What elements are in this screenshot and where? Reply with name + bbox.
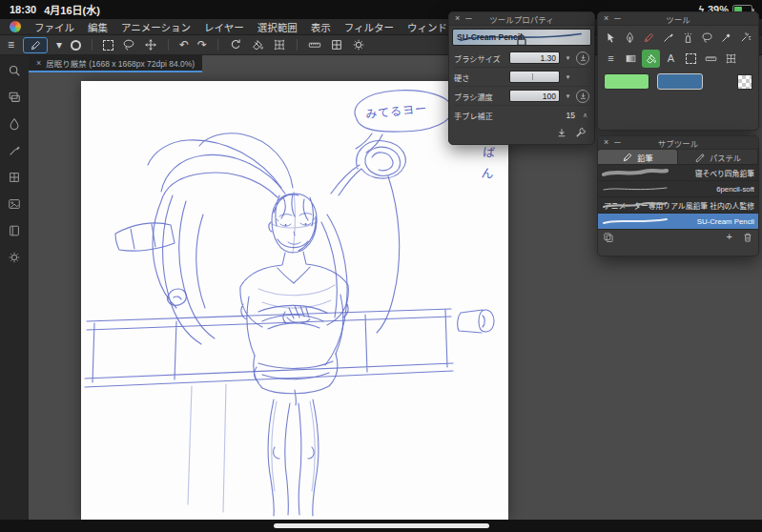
wrench-icon[interactable] — [575, 127, 587, 138]
brush-density-slider[interactable]: 100 — [509, 90, 560, 102]
auto-select-tool[interactable] — [737, 29, 754, 47]
main-menu-icon[interactable]: ≡ — [8, 39, 14, 51]
chevron-down-icon[interactable]: ▾ — [564, 54, 572, 62]
menu-animation[interactable]: アニメーション — [121, 20, 191, 34]
tool-panel-header[interactable]: × ─ ツール — [598, 12, 758, 26]
pen-tool[interactable] — [621, 29, 638, 47]
minimize-icon[interactable]: ─ — [614, 14, 620, 23]
menu-edit[interactable]: 編集 — [88, 20, 108, 34]
brush-tool[interactable] — [660, 29, 677, 47]
toolbar-divider — [297, 39, 298, 51]
color-ring-icon[interactable] — [71, 40, 81, 51]
ruler-tool[interactable] — [702, 50, 720, 68]
marquee-select-icon[interactable] — [103, 40, 113, 51]
brush-size-row: ブラシサイズ 1.30 ▾ — [454, 49, 589, 68]
fill-bucket-icon[interactable] — [251, 38, 264, 51]
add-subtool-icon[interactable]: + — [727, 232, 732, 242]
mesh-transform-icon[interactable] — [273, 38, 286, 51]
layers-icon[interactable] — [7, 90, 22, 105]
airbrush-tool[interactable] — [679, 29, 696, 47]
grid-icon[interactable] — [330, 38, 343, 51]
save-settings-icon[interactable] — [556, 127, 567, 138]
close-tab-icon[interactable]: × — [36, 58, 41, 68]
color-set-grid-icon[interactable] — [7, 170, 22, 185]
brush-size-slider[interactable]: 1.30 — [509, 51, 560, 64]
close-icon[interactable]: × — [455, 14, 460, 23]
transparent-color-swatch[interactable] — [737, 74, 752, 90]
clock: 18:30 — [10, 4, 36, 15]
close-icon[interactable]: × — [604, 138, 608, 147]
subview-image-icon[interactable] — [7, 196, 22, 212]
subtool-item-label: 6pencil-soft — [716, 185, 754, 194]
material-book-icon[interactable] — [7, 223, 22, 238]
pencil-sketch — [81, 81, 508, 520]
operation-tool[interactable] — [602, 29, 619, 47]
register-value-button[interactable] — [576, 51, 589, 65]
lasso-tool[interactable] — [698, 29, 715, 47]
pencil-tool-selected[interactable] — [641, 29, 658, 47]
ruler-icon[interactable] — [308, 38, 321, 51]
bottom-bar — [0, 520, 762, 532]
menu-selection[interactable]: 選択範囲 — [257, 20, 298, 34]
liquify-tool[interactable] — [722, 50, 740, 68]
menu-filter[interactable]: フィルター — [344, 20, 394, 34]
brush-icon[interactable] — [7, 143, 22, 158]
subtool-item[interactable]: 6pencil-soft — [598, 181, 758, 197]
redo-icon[interactable]: ↷ — [197, 39, 207, 51]
tool-name-bar[interactable]: SU-Cream Pencil — [452, 29, 591, 46]
toolbar-divider — [92, 39, 93, 51]
marquee-tool[interactable] — [682, 50, 700, 68]
chevron-down-icon[interactable]: ▾ — [564, 73, 572, 81]
tool-switch-caret[interactable]: ▾ — [56, 39, 62, 51]
stabilization-value[interactable]: 15 — [566, 111, 577, 120]
tool-property-header[interactable]: × ─ ツールプロパティ — [449, 12, 594, 26]
clip-studio-logo[interactable] — [10, 21, 21, 32]
register-value-button[interactable] — [576, 90, 589, 103]
subtool-item[interactable]: 寝そべり四角鉛筆 — [598, 165, 758, 181]
selection-launcher-tool[interactable]: ≡ — [602, 50, 620, 68]
text-tool[interactable]: A — [662, 50, 680, 68]
drawing-canvas[interactable]: みてるヨー ばん — [81, 81, 508, 520]
brush-density-value: 100 — [543, 92, 556, 101]
hardness-slider[interactable] — [509, 71, 560, 83]
tab-pencil[interactable]: 鉛筆 — [598, 150, 678, 164]
color-droplet-icon[interactable] — [7, 116, 22, 132]
menu-file[interactable]: ファイル — [34, 20, 74, 34]
tab-pastel[interactable]: パステル — [678, 150, 758, 164]
hardness-row: 硬さ ▾ — [454, 68, 589, 87]
settings-gear-icon[interactable] — [352, 38, 365, 51]
eyedropper-tool[interactable] — [718, 29, 735, 47]
app-screen: 18:30 4月16日(水) ϟ 39% ファイル 編集 アニメーション レイヤ… — [0, 0, 762, 532]
duplicate-subtool-icon[interactable] — [603, 232, 614, 243]
home-indicator[interactable] — [274, 523, 489, 528]
menu-view[interactable]: 表示 — [311, 20, 331, 34]
lasso-icon[interactable] — [122, 38, 135, 51]
tab-pencil-label: 鉛筆 — [637, 152, 652, 163]
subtool-item[interactable]: アニメーター専用リアル風鉛筆 社内の人監修 — [598, 197, 758, 214]
move-icon[interactable] — [144, 38, 157, 51]
minimize-icon[interactable]: ─ — [614, 138, 620, 147]
slider-tick — [532, 73, 533, 80]
timeline-gear-icon[interactable] — [7, 250, 22, 265]
document-tab[interactable]: × 居眠り厳禁 (1668 x 1668px 72dpi 84.0%) — [29, 55, 202, 72]
rotate-canvas-icon[interactable] — [229, 38, 242, 51]
secondary-color-swatch[interactable] — [657, 73, 703, 90]
close-icon[interactable]: × — [604, 14, 608, 23]
fill-tool-highlighted[interactable] — [642, 50, 660, 68]
primary-color-swatch[interactable] — [604, 73, 649, 90]
gradient-tool[interactable] — [622, 50, 640, 68]
tool-panel: × ─ ツール ≡ A — [597, 11, 759, 131]
subtool-footer: + — [598, 230, 758, 244]
undo-icon[interactable]: ↶ — [179, 39, 189, 51]
current-tool-pencil[interactable] — [23, 37, 48, 53]
chevron-down-icon[interactable]: ▾ — [564, 92, 572, 100]
menu-layer[interactable]: レイヤー — [204, 20, 244, 34]
chevron-up-icon[interactable]: ∧ — [581, 112, 589, 119]
subtool-item[interactable]: SU-Cream Pencil — [598, 214, 758, 230]
toolbar-divider — [168, 39, 169, 51]
quick-access-icon[interactable] — [7, 63, 22, 78]
minimize-icon[interactable]: ─ — [465, 14, 471, 23]
subtool-panel-header[interactable]: × ─ サブツール — [598, 136, 758, 150]
trash-icon[interactable] — [742, 232, 753, 243]
left-sidebar — [0, 55, 29, 520]
